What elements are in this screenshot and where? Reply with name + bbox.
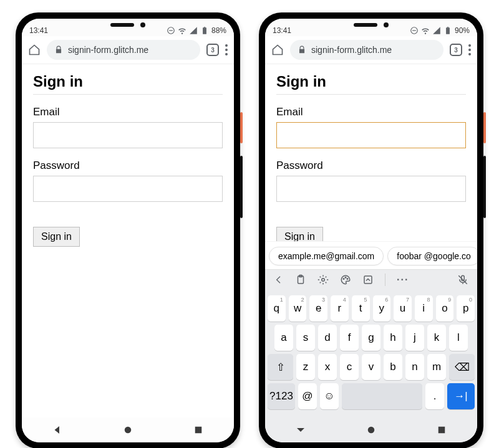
key-h[interactable]: h — [384, 325, 402, 351]
battery-percent: 88% — [211, 26, 226, 35]
menu-icon[interactable] — [225, 44, 228, 55]
status-time: 13:41 — [273, 26, 291, 35]
svg-point-14 — [345, 277, 346, 279]
home-icon[interactable] — [28, 44, 41, 56]
key-☺[interactable]: ☺ — [320, 383, 339, 409]
onscreen-keyboard: q1w2e3r4t5y6u7i8o9p0 asdfghjkl ⇧zxcvbnm⌫… — [265, 290, 477, 417]
key-.[interactable]: . — [425, 383, 444, 409]
key-i[interactable]: i8 — [415, 295, 433, 322]
mic-off-icon[interactable] — [457, 274, 468, 285]
key-o[interactable]: o9 — [436, 295, 454, 322]
key-m[interactable]: m — [427, 354, 446, 380]
svg-point-12 — [322, 279, 325, 282]
url-bar[interactable]: signin-form.glitch.me — [290, 40, 443, 60]
collapse-icon[interactable] — [362, 274, 374, 285]
status-time: 13:41 — [29, 26, 48, 35]
svg-rect-5 — [195, 427, 202, 434]
key-f[interactable]: f — [340, 325, 359, 351]
svg-point-15 — [347, 279, 348, 280]
chevron-left-icon[interactable] — [274, 275, 284, 285]
key-⌫[interactable]: ⌫ — [449, 354, 475, 380]
menu-icon[interactable] — [468, 44, 471, 55]
email-label: Email — [276, 106, 466, 118]
key-b[interactable]: b — [384, 354, 402, 380]
keyboard-area: example.me@gmail.com foobar @google.co ·… — [265, 241, 477, 417]
battery-percent: 90% — [455, 26, 470, 35]
key-e[interactable]: e3 — [309, 295, 327, 322]
recents-icon[interactable] — [436, 424, 447, 436]
clipboard-icon[interactable] — [295, 274, 306, 285]
status-right: 90% — [410, 26, 470, 35]
key-a[interactable]: a — [274, 325, 293, 351]
home-nav-icon[interactable] — [366, 424, 377, 436]
phone-right: 13:41 90% signin-form.glitch.me 3 Sign i… — [259, 12, 483, 448]
key-y[interactable]: y6 — [373, 295, 391, 322]
key-x[interactable]: x — [318, 354, 337, 380]
url-text: signin-form.glitch.me — [311, 45, 392, 55]
key-j[interactable]: j — [405, 325, 424, 351]
tab-switcher[interactable]: 3 — [450, 44, 462, 56]
key-p[interactable]: p0 — [457, 295, 475, 322]
key-space[interactable] — [342, 383, 422, 409]
key-k[interactable]: k — [427, 325, 446, 351]
url-bar[interactable]: signin-form.glitch.me — [47, 40, 200, 60]
svg-point-18 — [368, 427, 375, 434]
key-g[interactable]: g — [362, 325, 380, 351]
email-field-group: Email — [33, 106, 223, 148]
email-input[interactable] — [33, 122, 223, 148]
page-title: Sign in — [276, 73, 466, 95]
key-s[interactable]: s — [296, 325, 315, 351]
browser-toolbar: signin-form.glitch.me 3 — [265, 36, 477, 64]
tab-switcher[interactable]: 3 — [206, 44, 219, 56]
recents-icon[interactable] — [193, 424, 204, 436]
key-z[interactable]: z — [296, 354, 315, 380]
password-input[interactable] — [33, 176, 223, 202]
status-right: 88% — [167, 26, 226, 35]
sensor-cluster — [110, 22, 145, 27]
volume-button — [240, 156, 243, 218]
key-n[interactable]: n — [405, 354, 424, 380]
key-w[interactable]: w2 — [289, 295, 307, 322]
email-input[interactable] — [276, 122, 466, 148]
svg-rect-7 — [412, 30, 416, 31]
home-icon[interactable] — [271, 44, 284, 56]
page-title: Sign in — [33, 73, 223, 95]
svg-rect-9 — [447, 27, 448, 27]
email-label: Email — [33, 106, 223, 118]
back-icon[interactable] — [52, 424, 63, 436]
key-q[interactable]: q1 — [268, 295, 286, 322]
key-r[interactable]: r4 — [331, 295, 349, 322]
status-bar: 13:41 90% — [265, 19, 477, 36]
wifi-icon — [178, 26, 187, 35]
key-l[interactable]: l — [449, 325, 468, 351]
gear-icon[interactable] — [317, 274, 329, 285]
dnd-icon — [167, 26, 175, 35]
svg-rect-3 — [204, 27, 205, 27]
suggestion-chip[interactable]: example.me@gmail.com — [269, 247, 384, 265]
key-mod[interactable]: ?123 — [268, 383, 295, 409]
key-c[interactable]: c — [340, 354, 359, 380]
key-@[interactable]: @ — [298, 383, 317, 409]
more-icon[interactable]: ··· — [397, 274, 409, 285]
signal-icon — [432, 26, 441, 35]
password-input[interactable] — [276, 176, 466, 202]
suggestion-chip[interactable]: foobar @google.co — [387, 247, 477, 265]
signin-button[interactable]: Sign in — [33, 227, 80, 247]
battery-icon — [200, 26, 209, 35]
key-enter[interactable]: →| — [447, 383, 475, 409]
key-t[interactable]: t5 — [352, 295, 370, 322]
key-d[interactable]: d — [318, 325, 337, 351]
page-content: Sign in Email Password Sign in example.m… — [265, 64, 477, 417]
svg-rect-19 — [438, 427, 445, 434]
password-label: Password — [33, 160, 223, 172]
key-v[interactable]: v — [362, 354, 380, 380]
svg-point-13 — [343, 279, 344, 280]
key-⇧[interactable]: ⇧ — [268, 354, 293, 380]
palette-icon[interactable] — [340, 274, 351, 285]
keyboard-hide-icon[interactable] — [295, 424, 306, 436]
key-u[interactable]: u7 — [394, 295, 412, 322]
status-bar: 13:41 88% — [22, 19, 234, 36]
password-field-group: Password — [276, 160, 466, 202]
home-nav-icon[interactable] — [122, 424, 133, 436]
signal-icon — [189, 26, 198, 35]
